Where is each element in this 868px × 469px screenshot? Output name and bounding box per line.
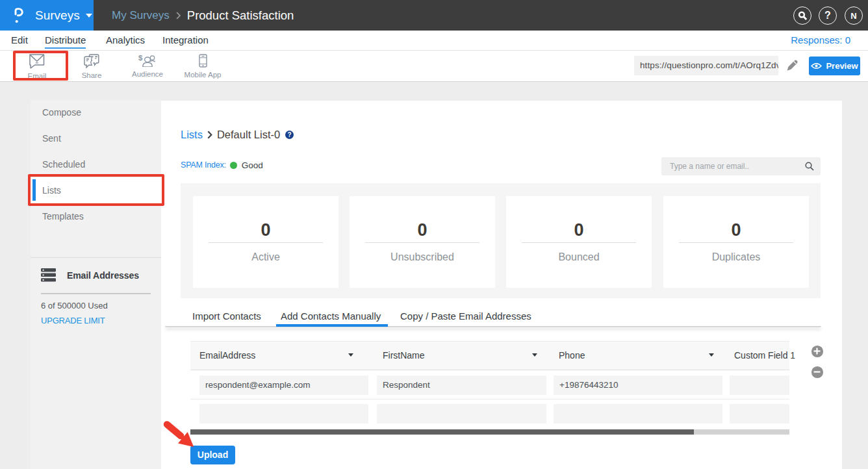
svg-text:$: $	[138, 54, 143, 62]
